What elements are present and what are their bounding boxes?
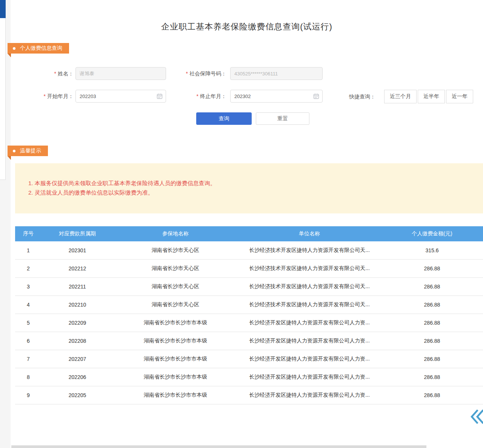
notice-box: 1. 本服务仅提供尚未领取企业职工基本养老保险待遇人员的缴费信息查询。 2. 灵… [15,163,483,213]
calendar-icon[interactable] [313,93,319,99]
table-cell: 湖南省长沙市天心区 [113,241,238,259]
table-cell: 湖南省长沙市长沙市市本级 [113,350,238,368]
table-cell: 湖南省长沙市长沙市市本级 [113,314,238,332]
table-cell: 202205 [42,386,113,404]
start-month-input[interactable] [75,90,166,103]
table-cell: 1 [15,241,42,259]
table-cell: 长沙经济开发区捷特人力资源开发有限公司人力资... [238,314,381,332]
table-cell: 2 [15,259,42,278]
table-header-cell: 序号 [15,226,42,241]
reset-button[interactable]: 重置 [256,112,309,125]
table-cell: 湖南省长沙市长沙市市本级 [113,386,238,404]
table-cell: 286.88 [381,368,483,386]
table-cell: 长沙经济开发区捷特人力资源开发有限公司人力资... [238,332,381,350]
bottom-scrollbar-track[interactable] [11,445,426,448]
required-asterisk: * [44,93,46,99]
bullet-icon [13,150,15,152]
table-cell: 202206 [42,368,113,386]
table-header-cell: 个人缴费金额(元) [381,226,483,241]
table-cell: 286.88 [381,332,483,350]
required-asterisk: * [197,93,198,99]
table-cell: 9 [15,386,42,404]
required-asterisk: * [186,71,188,77]
table-header-cell: 参保地名称 [113,226,238,241]
quick-query-label: 快捷查询： [349,90,375,103]
table-header-cell: 单位名称 [238,226,381,241]
table-cell: 湖南省长沙市天心区 [113,278,238,296]
table-cell: 长沙经济技术开发区捷特人力资源开发有限公司天... [238,278,381,296]
table-cell: 202301 [42,241,113,259]
payments-table: 序号 对应费款所属期 参保地名称 单位名称 个人缴费金额(元) 1202301湖… [15,226,483,405]
table-cell: 286.88 [381,350,483,368]
table-cell: 长沙经济开发区捷特人力资源开发有限公司人力资... [238,386,381,404]
table-cell: 长沙经济开发区捷特人力资源开发有限公司人力资... [238,368,381,386]
table-cell: 湖南省长沙市长沙市市本级 [113,332,238,350]
name-label: *姓名： [15,67,74,80]
section-ribbon-label: 个人缴费信息查询 [20,45,62,52]
name-input[interactable] [75,67,166,80]
table-row: 4202210湖南省长沙市天心区长沙经济技术开发区捷特人力资源开发有限公司天..… [15,296,483,314]
table-cell: 7 [15,350,42,368]
bullet-icon [13,47,15,50]
table-cell: 202212 [42,259,113,278]
table-row: 1202301湖南省长沙市天心区长沙经济技术开发区捷特人力资源开发有限公司天..… [15,241,483,259]
table-cell: 湖南省长沙市长沙市市本级 [113,368,238,386]
table-cell: 286.88 [381,278,483,296]
required-asterisk: * [54,71,56,77]
quick-range-button[interactable]: 近三个月 [384,90,417,103]
page: 企业职工基本养老保险缴费信息查询(试运行) 个人缴费信息查询 *姓名： *社会保… [0,0,483,448]
table-cell: 长沙经济技术开发区捷特人力资源开发有限公司天... [238,259,381,278]
start-month-label: *开始年月： [15,90,74,103]
notice-line: 1. 本服务仅提供尚未领取企业职工基本养老保险待遇人员的缴费信息查询。 [28,178,475,188]
table-cell: 202209 [42,314,113,332]
section-ribbon-label: 温馨提示 [20,147,41,154]
table-row: 9202205湖南省长沙市长沙市市本级长沙经济开发区捷特人力资源开发有限公司人力… [15,386,483,404]
section-ribbon-personal-query: 个人缴费信息查询 [8,43,69,54]
table-cell: 6 [15,332,42,350]
table-cell: 3 [15,278,42,296]
ssn-label: *社会保障号码： [172,67,226,80]
table-cell: 202210 [42,296,113,314]
quick-range-button[interactable]: 近一年 [446,90,473,103]
table-cell: 286.88 [381,296,483,314]
table-row: 7202207湖南省长沙市长沙市市本级长沙经济开发区捷特人力资源开发有限公司人力… [15,350,483,368]
table-cell: 4 [15,296,42,314]
query-button[interactable]: 查询 [196,112,252,125]
table-cell: 202208 [42,332,113,350]
table-row: 5202209湖南省长沙市长沙市市本级长沙经济开发区捷特人力资源开发有限公司人力… [15,314,483,332]
table-cell: 8 [15,368,42,386]
table-cell: 286.88 [381,386,483,404]
table-cell: 5 [15,314,42,332]
table-row: 3202211湖南省长沙市天心区长沙经济技术开发区捷特人力资源开发有限公司天..… [15,278,483,296]
table-cell: 286.88 [381,259,483,278]
quick-range-button[interactable]: 近半年 [418,90,445,103]
sidebar-panel-edge [0,0,6,180]
table-header-row: 序号 对应费款所属期 参保地名称 单位名称 个人缴费金额(元) [15,226,483,241]
page-title: 企业职工基本养老保险缴费信息查询(试运行) [11,21,483,32]
sidebar-active-indicator[interactable] [0,0,6,18]
table-row: 6202208湖南省长沙市长沙市市本级长沙经济开发区捷特人力资源开发有限公司人力… [15,332,483,350]
table-cell: 315.6 [381,241,483,259]
double-chevron-left-icon[interactable] [469,408,483,425]
calendar-icon[interactable] [157,93,163,99]
table-row: 8202206湖南省长沙市长沙市市本级长沙经济开发区捷特人力资源开发有限公司人力… [15,368,483,386]
table-cell: 长沙经济开发区捷特人力资源开发有限公司人力资... [238,350,381,368]
table-cell: 湖南省长沙市天心区 [113,259,238,278]
table-cell: 202211 [42,278,113,296]
table-cell: 286.88 [381,314,483,332]
quick-query-group: 近三个月 近半年 近一年 [384,90,473,103]
table-cell: 202207 [42,350,113,368]
end-month-label: *终止年月： [172,90,226,103]
table-header-cell: 对应费款所属期 [42,226,113,241]
section-ribbon-tips: 温馨提示 [8,146,48,156]
end-month-input[interactable] [230,90,323,103]
table-row: 2202212湖南省长沙市天心区长沙经济技术开发区捷特人力资源开发有限公司天..… [15,259,483,278]
notice-line: 2. 灵活就业人员的缴费单位信息以实际缴费为准。 [28,188,475,197]
table-cell: 湖南省长沙市天心区 [113,296,238,314]
table-cell: 长沙经济技术开发区捷特人力资源开发有限公司天... [238,296,381,314]
table-cell: 长沙经济技术开发区捷特人力资源开发有限公司天... [238,241,381,259]
table-body: 1202301湖南省长沙市天心区长沙经济技术开发区捷特人力资源开发有限公司天..… [15,241,483,404]
ssn-input[interactable] [230,67,323,80]
